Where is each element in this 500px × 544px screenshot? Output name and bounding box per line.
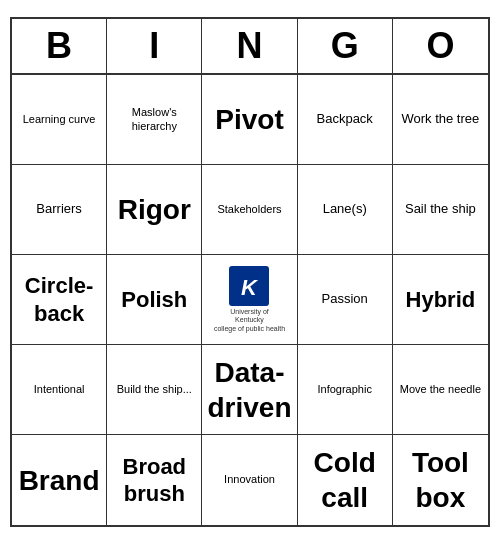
cell-r3c4: Passion	[298, 255, 393, 345]
cell-r3c2: Polish	[107, 255, 202, 345]
cell-text-r3c2: Polish	[121, 286, 187, 314]
uk-text: University ofKentuckycollege of public h…	[214, 308, 285, 333]
cell-text-r5c5: Tool box	[397, 445, 484, 515]
cell-r1c1: Learning curve	[12, 75, 107, 165]
cell-text-r3c1: Circle-back	[16, 272, 102, 327]
cell-r1c3: Pivot	[202, 75, 297, 165]
cell-text-r3c4: Passion	[322, 291, 368, 307]
cell-r4c1: Intentional	[12, 345, 107, 435]
cell-text-r4c3: Data-driven	[206, 355, 292, 425]
header-o: O	[393, 19, 488, 73]
cell-text-r2c3: Stakeholders	[217, 203, 281, 217]
cell-r1c4: Backpack	[298, 75, 393, 165]
cell-r1c2: Maslow's hierarchy	[107, 75, 202, 165]
cell-r5c2: Broad brush	[107, 435, 202, 525]
cell-r4c5: Move the needle	[393, 345, 488, 435]
cell-text-r1c3: Pivot	[215, 102, 283, 137]
cell-text-r5c4: Cold call	[302, 445, 388, 515]
cell-text-r1c2: Maslow's hierarchy	[111, 106, 197, 134]
cell-r5c4: Cold call	[298, 435, 393, 525]
cell-r2c4: Lane(s)	[298, 165, 393, 255]
uk-badge: K	[229, 266, 269, 306]
cell-text-r2c1: Barriers	[36, 201, 82, 217]
cell-r2c5: Sail the ship	[393, 165, 488, 255]
cell-r5c3: Innovation	[202, 435, 297, 525]
cell-text-r1c1: Learning curve	[23, 113, 96, 127]
cell-r3c5: Hybrid	[393, 255, 488, 345]
cell-text-r2c2: Rigor	[118, 192, 191, 227]
cell-text-r2c5: Sail the ship	[405, 201, 476, 217]
cell-text-r4c1: Intentional	[34, 383, 85, 397]
cell-text-r1c4: Backpack	[317, 111, 373, 127]
cell-r2c3: Stakeholders	[202, 165, 297, 255]
cell-r3c1: Circle-back	[12, 255, 107, 345]
cell-text-r2c4: Lane(s)	[323, 201, 367, 217]
cell-r4c4: Infographic	[298, 345, 393, 435]
svg-text:K: K	[242, 275, 260, 300]
cell-r4c3: Data-driven	[202, 345, 297, 435]
cell-text-r5c2: Broad brush	[111, 453, 197, 508]
cell-r2c2: Rigor	[107, 165, 202, 255]
cell-r1c5: Work the tree	[393, 75, 488, 165]
cell-text-r4c5: Move the needle	[400, 383, 481, 397]
cell-text-r5c1: Brand	[19, 463, 100, 498]
bingo-card: B I N G O Learning curveMaslow's hierarc…	[10, 17, 490, 527]
cell-text-r4c2: Build the ship...	[117, 383, 192, 397]
cell-r5c5: Tool box	[393, 435, 488, 525]
header-i: I	[107, 19, 202, 73]
header-g: G	[298, 19, 393, 73]
cell-r2c1: Barriers	[12, 165, 107, 255]
cell-r3c3: K University ofKentuckycollege of public…	[202, 255, 297, 345]
header-n: N	[202, 19, 297, 73]
cell-r4c2: Build the ship...	[107, 345, 202, 435]
cell-text-r4c4: Infographic	[317, 383, 371, 397]
cell-text-r3c5: Hybrid	[406, 286, 476, 314]
header-b: B	[12, 19, 107, 73]
uk-logo: K University ofKentuckycollege of public…	[214, 266, 285, 333]
cell-text-r1c5: Work the tree	[401, 111, 479, 127]
bingo-grid: Learning curveMaslow's hierarchyPivotBac…	[12, 75, 488, 525]
bingo-header: B I N G O	[12, 19, 488, 75]
cell-r5c1: Brand	[12, 435, 107, 525]
cell-text-r5c3: Innovation	[224, 473, 275, 487]
